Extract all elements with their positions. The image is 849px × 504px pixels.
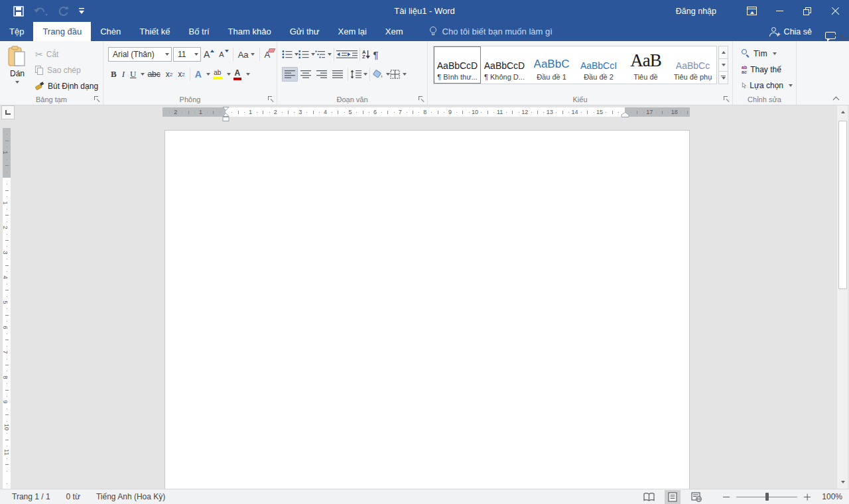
clear-formatting-button[interactable]: A bbox=[262, 47, 273, 62]
vertical-scrollbar[interactable] bbox=[836, 105, 848, 489]
ribbon-tab[interactable]: Tham khảo bbox=[219, 22, 281, 41]
style-card[interactable]: AaBTiêu đề bbox=[622, 46, 669, 84]
align-left-button[interactable] bbox=[282, 67, 298, 82]
font-dialog-launcher-icon[interactable] bbox=[267, 95, 274, 102]
format-painter-button[interactable]: Bút Định dạng bbox=[33, 79, 100, 93]
align-right-button[interactable] bbox=[314, 70, 330, 79]
strikethrough-button[interactable]: abc bbox=[145, 67, 163, 82]
find-button[interactable]: Tìm bbox=[740, 46, 795, 60]
bold-button[interactable]: B bbox=[108, 67, 119, 82]
close-icon[interactable] bbox=[821, 0, 849, 22]
collapse-ribbon-icon[interactable] bbox=[834, 96, 840, 101]
styles-dialog-launcher-icon[interactable] bbox=[723, 95, 730, 102]
line-spacing-button[interactable] bbox=[350, 70, 361, 79]
font-size-combobox[interactable]: 11 bbox=[173, 47, 201, 62]
shading-button[interactable] bbox=[372, 70, 384, 79]
word-application-window: { "window": { "title": "Tài liệu1 - Word… bbox=[0, 0, 849, 504]
grow-font-button[interactable]: A bbox=[201, 47, 216, 62]
borders-button[interactable] bbox=[390, 70, 401, 79]
minimize-icon[interactable] bbox=[765, 0, 793, 22]
scroll-up-icon[interactable] bbox=[838, 105, 848, 119]
scrollbar-thumb[interactable] bbox=[838, 121, 847, 289]
style-card[interactable]: AaBbCcTiêu đề phụ bbox=[669, 46, 716, 84]
multilevel-list-button[interactable] bbox=[315, 50, 326, 59]
borders-caret-icon[interactable] bbox=[403, 73, 407, 76]
ribbon-tab[interactable]: Trang đầu bbox=[33, 22, 91, 41]
ribbon-tab[interactable]: Thiết kế bbox=[130, 22, 179, 41]
copy-button[interactable]: Sao chép bbox=[33, 63, 100, 77]
decrease-indent-button[interactable] bbox=[336, 50, 347, 59]
ribbon-tab[interactable]: Xem bbox=[376, 22, 413, 41]
zoom-slider-thumb[interactable] bbox=[765, 493, 769, 501]
web-layout-button[interactable] bbox=[688, 490, 704, 504]
ribbon-tab[interactable]: Gửi thư bbox=[281, 22, 329, 41]
bullets-button[interactable] bbox=[282, 50, 293, 59]
line-spacing-caret-icon[interactable] bbox=[363, 73, 367, 76]
cut-button[interactable]: ✂ Cắt bbox=[33, 47, 100, 61]
redo-icon[interactable] bbox=[58, 6, 69, 17]
zoom-in-icon[interactable] bbox=[803, 491, 812, 503]
multilevel-list-caret-icon[interactable] bbox=[328, 53, 332, 56]
tab-file[interactable]: Tệp bbox=[0, 22, 33, 41]
style-card[interactable]: AaBbCĐầu đề 1 bbox=[528, 46, 575, 84]
styles-gallery-more-icon[interactable] bbox=[718, 72, 728, 84]
ribbon-tab[interactable]: Xem lại bbox=[329, 22, 376, 41]
clipboard-dialog-launcher-icon[interactable] bbox=[94, 95, 100, 102]
subscript-button[interactable]: x2 bbox=[163, 67, 175, 82]
ribbon-tab[interactable]: Bố trí bbox=[180, 22, 219, 41]
document-page[interactable] bbox=[164, 130, 690, 489]
font-color-caret-icon[interactable] bbox=[246, 73, 250, 76]
change-case-button[interactable]: Aa bbox=[235, 47, 257, 62]
ribbon-tab[interactable]: Chèn bbox=[91, 22, 130, 41]
style-card[interactable]: AaBbCcD¶ Bình thư... bbox=[434, 46, 481, 84]
page-indicator[interactable]: Trang 1 / 1 bbox=[12, 492, 50, 501]
tab-stop-selector[interactable] bbox=[1, 105, 15, 119]
numbering-button[interactable] bbox=[298, 50, 309, 59]
tell-me-box[interactable]: Cho tôi biết bạn muốn làm gì bbox=[430, 22, 553, 41]
replace-button[interactable]: ab ac Thay thế bbox=[740, 62, 795, 76]
save-icon[interactable] bbox=[13, 6, 24, 17]
styles-scroll-up-icon[interactable] bbox=[718, 46, 728, 59]
customize-qat-icon[interactable] bbox=[79, 8, 84, 14]
style-card[interactable]: AaBbCcD¶ Không D... bbox=[481, 46, 528, 84]
zoom-slider[interactable] bbox=[736, 491, 797, 503]
font-color-button[interactable]: A bbox=[231, 67, 244, 82]
sort-button[interactable]: A Z bbox=[362, 50, 370, 60]
text-effects-button[interactable]: A bbox=[192, 67, 204, 82]
select-button[interactable]: Lựa chọn bbox=[740, 78, 795, 92]
align-center-button[interactable] bbox=[298, 70, 314, 79]
show-formatting-marks-button[interactable]: ¶ bbox=[370, 47, 381, 62]
styles-group-label: Kiểu bbox=[428, 95, 732, 103]
style-preview: AaB bbox=[630, 48, 661, 71]
zoom-level[interactable]: 100% bbox=[815, 492, 842, 501]
restore-icon[interactable] bbox=[793, 0, 821, 22]
undo-icon[interactable] bbox=[34, 6, 48, 16]
paragraph-dialog-launcher-icon[interactable] bbox=[418, 95, 424, 102]
ruler-tick bbox=[506, 112, 507, 113]
zoom-out-icon[interactable] bbox=[722, 491, 731, 503]
scroll-down-icon[interactable] bbox=[838, 475, 848, 489]
horizontal-ruler[interactable]: 211234567891011121314151718 bbox=[163, 107, 690, 117]
right-indent-marker[interactable] bbox=[621, 112, 629, 117]
increase-indent-button[interactable] bbox=[347, 50, 358, 59]
paste-button[interactable]: Dán bbox=[1, 41, 33, 94]
superscript-button[interactable]: x2 bbox=[175, 67, 187, 82]
sign-in-link[interactable]: Đăng nhập bbox=[676, 7, 716, 16]
language-indicator[interactable]: Tiếng Anh (Hoa Kỳ) bbox=[96, 492, 165, 501]
read-mode-button[interactable] bbox=[641, 490, 657, 504]
justify-button[interactable] bbox=[330, 70, 346, 79]
ribbon-display-options-icon[interactable] bbox=[738, 0, 765, 22]
styles-scroll-down-icon[interactable] bbox=[718, 59, 728, 72]
print-layout-button[interactable] bbox=[665, 490, 681, 504]
share-button[interactable]: + Chia sẻ bbox=[769, 27, 812, 36]
text-highlight-button[interactable]: ab bbox=[210, 67, 225, 82]
vertical-ruler[interactable]: 11234567891011 bbox=[3, 128, 11, 489]
italic-button[interactable]: I bbox=[119, 67, 127, 82]
word-count[interactable]: 0 từ bbox=[66, 492, 80, 501]
font-family-combobox[interactable]: Arial (Thân) bbox=[108, 47, 172, 62]
underline-button[interactable]: U bbox=[127, 67, 139, 82]
style-card[interactable]: AaBbCcIĐầu đề 2 bbox=[575, 46, 622, 84]
shrink-font-button[interactable]: A bbox=[216, 47, 230, 62]
lightbulb-icon bbox=[430, 27, 437, 36]
indent-markers[interactable] bbox=[222, 107, 230, 122]
